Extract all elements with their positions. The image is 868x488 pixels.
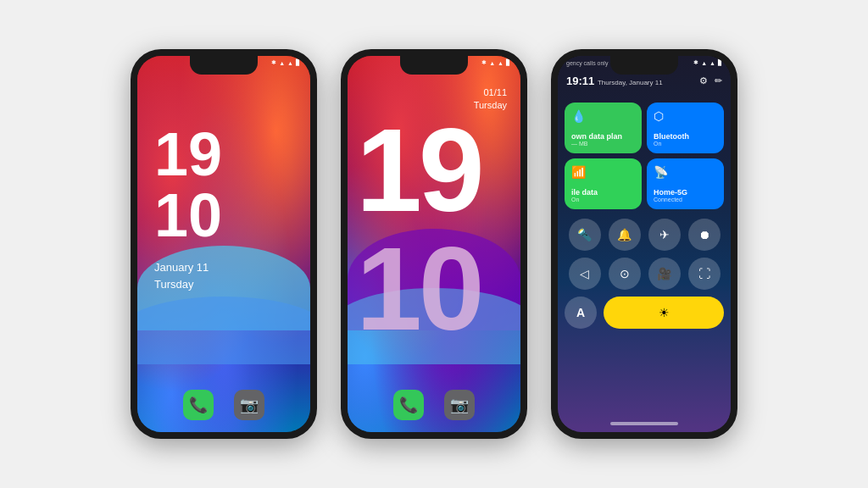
cc-data-subtitle: — MB [571,141,635,147]
cc-card-data-header: 💧 [571,109,635,125]
cc-wifi-card-icon: 📡 [654,165,668,179]
cc-bt-text: Bluetooth On [654,132,717,147]
cc-bell-button[interactable]: 🔔 [609,219,641,251]
cc-card-wifi[interactable]: 📡 Home-5G Connected [647,158,724,209]
cc-time-date-block: 19:11 Thursday, January 11 [566,75,663,87]
cc-header: 19:11 Thursday, January 11 ⚙ ✏ [566,75,722,87]
cc-wifi-subtitle: Connected [654,197,717,202]
cc-signal-icon: ▲ [701,60,707,66]
cc-airplane-button[interactable]: ✈ [648,219,681,251]
cc-bt-card-icon: ⬡ [654,109,664,123]
cc-record-button[interactable]: ⏺ [688,219,721,251]
bluetooth-status-icon: ✱ [271,59,276,66]
cc-edit-icon[interactable]: ✏ [715,75,722,86]
phone-2-dock: 📞 📷 [348,390,520,420]
cc-button-row-1: 🔦 🔔 ✈ ⏺ [565,219,724,251]
cc-user-circle-button[interactable]: ⊙ [609,258,641,290]
cc-video-button[interactable]: 🎥 [648,258,681,290]
wifi-icon-2: ▲ [498,60,504,66]
bluetooth-status-icon-2: ✱ [481,59,487,66]
cc-control-grid: 💧 own data plan — MB ⬡ Bluetooth On [565,103,724,209]
battery-icon-2: ▊ [506,59,510,66]
notch-3 [610,56,678,75]
cc-data-title: own data plan [571,132,635,141]
status-icons-2: ✱ ▲ ▲ ▊ [481,59,510,66]
cc-mobile-text: ile data On [571,188,635,202]
cc-data-text: own data plan — MB [571,132,635,147]
phone-1-date-line1: January 11 [154,261,209,274]
notch-2 [400,56,468,75]
cc-flashlight-button[interactable]: 🔦 [569,219,601,251]
cc-wifi-text: Home-5G Connected [654,188,717,202]
phone-2-minute: 10 [356,230,481,348]
notch-1 [190,56,258,75]
cc-date-value: Thursday, January 11 [598,79,663,86]
cc-card-mobile-data[interactable]: 📶 ile data On [565,158,642,209]
cc-battery-icon: ▊ [718,59,722,66]
cc-bt-icon: ✱ [693,59,698,66]
phone-1-minute: 10 [154,185,222,246]
cc-bt-header: ⬡ [654,109,717,125]
cc-brightness-slider[interactable]: ☀ [604,297,724,329]
phone-3: gency calls only ✱ ▲ ▲ ▊ 19:11 Thursday,… [551,49,737,439]
cc-bottom-controls: A ☀ [565,297,724,329]
phone-1-screen: ✱ ▲ ▲ ▊ 19 10 January 11 Tursday 📞 📷 [137,56,310,432]
cc-time-value: 19:11 [566,75,594,87]
cc-card-bluetooth[interactable]: ⬡ Bluetooth On [647,103,724,153]
wifi-icon: ▲ [287,60,293,66]
signal-icon-2: ▲ [489,60,495,66]
phone-2-dock-phone[interactable]: 📞 [393,390,424,420]
cc-mobile-subtitle: On [571,197,635,202]
cc-data-icon: 💧 [571,109,586,123]
phone-2-dock-camera[interactable]: 📷 [444,390,475,420]
cc-bt-title: Bluetooth [654,132,717,141]
emergency-text: gency calls only [566,60,608,66]
phone-1-time: 19 10 [154,124,222,246]
phone-1-dock-camera[interactable]: 📷 [234,390,264,420]
cc-time: 19:11 Thursday, January 11 [566,75,663,87]
cc-bt-subtitle: On [654,141,717,147]
cc-status-icons: ✱ ▲ ▲ ▊ [693,59,722,66]
cc-home-indicator [610,422,678,425]
phone-1-hour: 19 [154,124,222,185]
phone-1-dock: 📞 📷 [137,390,310,420]
cc-letter-button[interactable]: A [565,297,597,329]
cc-location-button[interactable]: ◁ [569,258,601,290]
phone-3-screen: gency calls only ✱ ▲ ▲ ▊ 19:11 Thursday,… [558,56,731,432]
phone-2-time: 19 10 [356,111,481,348]
phone-1-date-line2: Tursday [154,278,193,291]
cc-button-row-2: ◁ ⊙ 🎥 ⛶ [565,258,724,290]
cc-mobile-title: ile data [571,188,635,197]
cc-expand-button[interactable]: ⛶ [688,258,721,290]
phone-2-screen: ✱ ▲ ▲ ▊ 01/11 Tursday 19 10 📞 📷 [348,56,520,432]
status-icons-1: ✱ ▲ ▲ ▊ [271,59,300,66]
cc-header-actions: ⚙ ✏ [699,75,722,86]
cc-mobile-icon: 📶 [571,165,586,179]
battery-icon: ▊ [296,59,300,66]
phone-2: ✱ ▲ ▲ ▊ 01/11 Tursday 19 10 📞 📷 [341,49,527,439]
phone-1-dock-phone[interactable]: 📞 [183,390,214,420]
cc-wifi-header: 📡 [654,165,717,180]
cc-mobile-header: 📶 [571,165,635,180]
phone-2-date-line1: 01/11 [483,87,507,97]
cc-wifi-title: Home-5G [654,188,717,197]
cc-settings-icon[interactable]: ⚙ [699,75,708,86]
signal-icon: ▲ [279,60,285,66]
cc-card-data-plan[interactable]: 💧 own data plan — MB [565,103,642,153]
wave-1b [137,297,310,364]
cc-wifi-icon: ▲ [709,60,715,66]
phone-1: ✱ ▲ ▲ ▊ 19 10 January 11 Tursday 📞 📷 [131,49,317,439]
phone-1-date: January 11 Tursday [154,259,209,292]
phone-2-hour: 19 [356,111,481,230]
